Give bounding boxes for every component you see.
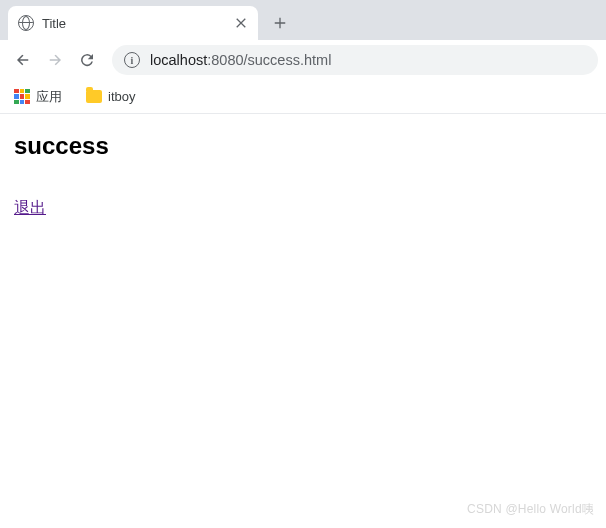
reload-button[interactable] [72,45,102,75]
apps-grid-icon [14,89,30,105]
url-port: :8080 [207,52,243,68]
page-heading: success [14,132,592,160]
bookmark-bar: 应用 itboy [0,80,606,114]
globe-icon [18,15,34,31]
browser-toolbar: localhost:8080/success.html [0,40,606,80]
url-path: /success.html [244,52,332,68]
address-bar[interactable]: localhost:8080/success.html [112,45,598,75]
tab-title: Title [42,16,226,31]
browser-tab-bar: Title [0,0,606,40]
bookmark-folder-itboy[interactable]: itboy [82,85,139,108]
forward-button[interactable] [40,45,70,75]
watermark-text: CSDN @Hello World咦 [467,501,594,518]
bookmark-label: itboy [108,89,135,104]
new-tab-button[interactable] [266,9,294,37]
page-content: success 退出 [0,114,606,237]
folder-icon [86,90,102,103]
site-info-icon[interactable] [124,52,140,68]
apps-label: 应用 [36,88,62,106]
logout-link[interactable]: 退出 [14,199,46,216]
close-tab-button[interactable] [234,16,248,30]
back-button[interactable] [8,45,38,75]
url-host: localhost [150,52,207,68]
url-text: localhost:8080/success.html [150,52,331,68]
browser-tab-active[interactable]: Title [8,6,258,40]
apps-shortcut[interactable]: 应用 [10,84,66,110]
